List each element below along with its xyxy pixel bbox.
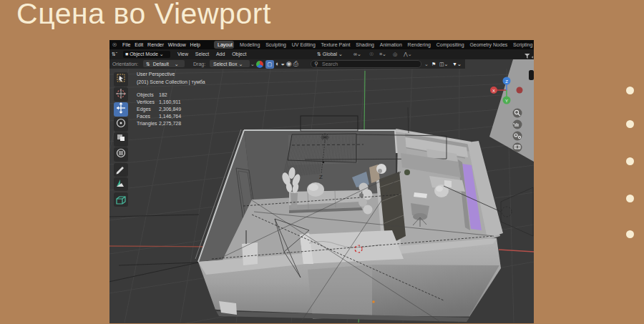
svg-text:Triangles: Triangles (137, 121, 157, 127)
svg-text:Y: Y (505, 99, 508, 103)
svg-text:X: X (492, 89, 495, 93)
svg-text:2,275,728: 2,275,728 (159, 121, 181, 126)
svg-text:(201) Scene Collection | тумба: (201) Scene Collection | тумба (137, 79, 205, 85)
svg-text:182: 182 (159, 92, 167, 97)
svg-text:Edges: Edges (137, 107, 151, 112)
svg-text:2,306,849: 2,306,849 (159, 107, 181, 112)
svg-text:Z: Z (319, 174, 323, 180)
svg-text:Faces: Faces (137, 114, 151, 119)
svg-text:1,160,911: 1,160,911 (159, 99, 181, 104)
svg-text:Vertices: Vertices (137, 99, 155, 104)
svg-text:Z: Z (505, 79, 508, 84)
svg-text:1,146,764: 1,146,764 (159, 114, 181, 119)
svg-text:Objects: Objects (137, 92, 154, 98)
svg-text:User Perspective: User Perspective (137, 72, 175, 77)
